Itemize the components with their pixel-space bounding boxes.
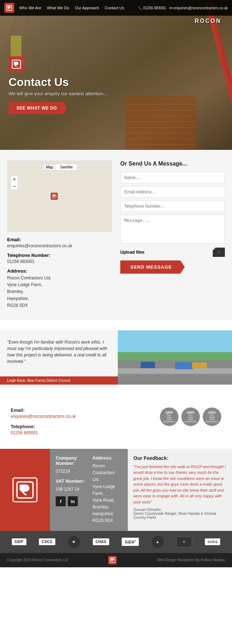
zoom-in-button[interactable]: +: [11, 176, 18, 183]
footer-gray-section: Company Number: 073219 VAT Number: 199 1…: [50, 449, 128, 531]
nav-contact-info: 📞 01256 883001 ✉ enquiries@roconcontract…: [138, 6, 228, 10]
footer-address-col: Address: Rocon Contractors Ltd,Vyne Lodg…: [92, 455, 122, 524]
company-number-label: Company Number:: [56, 455, 85, 466]
nav-what-we-do[interactable]: What We Do: [47, 6, 69, 10]
phone-value: 01256 883001: [7, 259, 112, 264]
chas-badge: CHAS: [93, 538, 109, 545]
send-message-button[interactable]: SEND MESSAGE: [120, 260, 185, 274]
phone-input[interactable]: [120, 201, 225, 212]
hero-title: Contact Us: [9, 76, 107, 89]
qms-badge-3: QMS ISO 45001 2018 REGISTERED: [203, 407, 221, 426]
nav-logo[interactable]: [4, 3, 14, 13]
cscs-badge: CSCS: [39, 538, 55, 545]
map-marker-icon: [52, 194, 56, 198]
footer-phone-value: 01256 883001: [11, 430, 153, 435]
map-column: Map Satellite + − Email: enquiries@rocon…: [7, 161, 112, 309]
email-label: Email:: [7, 237, 112, 242]
footer-phone-label: Telephone:: [11, 424, 153, 429]
map-container[interactable]: Map Satellite + −: [7, 161, 112, 232]
phone-label: Telephone Number:: [7, 253, 112, 258]
map-tab-satellite[interactable]: Satellite: [56, 164, 76, 170]
hero-section: ROCON Contact Us We will give your enqui…: [0, 0, 232, 150]
upload-row: Upload files ↑: [120, 248, 225, 257]
credit-text: Web Design Hampshire By Hotbox Studios: [157, 558, 225, 562]
upload-label: Upload files: [120, 250, 145, 255]
star-badge: ★: [68, 536, 80, 548]
testimonial-author: Leigh Nash, New Forest District Council: [0, 376, 118, 385]
feedback-author: Duncan Gilmartin,Senior Countryside Rang…: [133, 508, 226, 519]
footer-contact-info: Email: enquiries@roconcontractors.co.uk …: [11, 407, 153, 440]
rocon-logo-icon: [6, 5, 12, 11]
nav-who-we-are[interactable]: Who We Are: [19, 6, 41, 10]
address-label: Address:: [7, 268, 112, 274]
gen-badge: G|EN+: [122, 538, 139, 546]
message-input[interactable]: [120, 215, 225, 243]
footer-feedback-col: Our Feedback: "I've just finished the si…: [128, 449, 232, 531]
footer-logo-big: [12, 477, 37, 502]
triangle-badge: ▲: [152, 536, 164, 548]
email-input[interactable]: [120, 186, 225, 198]
footer-top: Email: enquiries@roconcontractors.co.uk …: [0, 399, 232, 449]
footer-email-label: Email:: [11, 407, 153, 413]
name-input[interactable]: [120, 172, 225, 183]
hero-logo-icon: [11, 59, 21, 69]
bottom-bar-logo: [108, 556, 117, 564]
car-1: [141, 362, 155, 368]
nav-links: Who We Are What We Do Our Approach Conta…: [19, 6, 138, 10]
testimonial-section: "Even though I'm familiar with Rocon's w…: [0, 330, 232, 385]
address-col-label: Address:: [92, 455, 122, 461]
facebook-icon[interactable]: f: [56, 496, 66, 506]
qms-badge-2: QMS ISO 14001 2015 REGISTERED: [181, 407, 200, 426]
hero-logo: [9, 56, 24, 72]
map-tabs: Map Satellite: [42, 164, 77, 171]
zoom-out-button[interactable]: −: [11, 183, 18, 190]
testimonial-quote: "Even though I'm familiar with Rocon's w…: [7, 339, 111, 365]
nav-our-approach[interactable]: Our Approach: [75, 6, 99, 10]
hero-content: Contact Us We will give your enquiry our…: [9, 56, 107, 114]
feedback-title: Our Feedback:: [133, 455, 226, 461]
nav-phone: 📞 01256 883001: [138, 6, 166, 10]
hero-subtitle: We will give your enquiry our earliest a…: [9, 91, 107, 96]
spacer-1: [0, 320, 232, 330]
footer-email-value: enquiries@roconcontractors.co.uk: [11, 414, 153, 419]
footer-red-column: [0, 449, 50, 531]
map-zoom-controls: + −: [10, 175, 18, 190]
qms-badge-1: QMS ISO 9001 2015 REGISTERED: [160, 407, 178, 426]
feedback-text: "I've just finished the site walk at RHC…: [133, 464, 226, 505]
form-title: Or Send Us A Message...: [120, 161, 225, 167]
car-2: [175, 362, 193, 369]
address-value: Rocon Contractors Ltd,Vyne Lodge Farm,Br…: [7, 275, 112, 309]
footer-company-col: Company Number: 073219 VAT Number: 199 1…: [56, 455, 85, 524]
car-3: [192, 362, 207, 368]
cc-cs-badge: cc/cs: [205, 538, 221, 545]
lines-badge: ≡: [176, 537, 192, 547]
bottom-bar: Copyright 2020 Rocon Contractors Ltd Web…: [0, 553, 232, 567]
footer-mid: Company Number: 073219 VAT Number: 199 1…: [0, 449, 232, 531]
footer-logo-icon: [16, 481, 34, 499]
company-number-value: 073219: [56, 468, 85, 475]
road-scene-image: [118, 330, 232, 385]
map-tab-map[interactable]: Map: [42, 164, 56, 170]
crane-brand-text: ROCON: [195, 18, 221, 24]
navigation: Who We Are What We Do Our Approach Conta…: [0, 0, 232, 16]
vat-number-value: 199 1267 24: [56, 486, 85, 493]
upload-button[interactable]: ↑: [213, 248, 225, 257]
bottom-logo-icon: [110, 557, 115, 563]
nav-email: ✉ enquiries@roconcontractors.co.uk: [170, 6, 228, 10]
social-icons: f in: [56, 496, 85, 506]
brick-wall: [125, 96, 196, 150]
nav-contact-us[interactable]: Contact Us: [105, 6, 124, 10]
address-col-value: Rocon Contractors Ltd,Vyne Lodge Farm,Vy…: [92, 463, 122, 524]
contact-info: Email: enquiries@roconcontractors.co.uk …: [7, 237, 112, 309]
copyright-text: Copyright 2020 Rocon Contractors Ltd: [7, 558, 68, 562]
testimonial-text-col: "Even though I'm familiar with Rocon's w…: [0, 330, 118, 385]
ssip-badge: SSIP: [12, 538, 26, 545]
map-marker: [51, 193, 58, 200]
contact-section: Map Satellite + − Email: enquiries@rocon…: [0, 150, 232, 320]
email-value: enquiries@roconcontractors.co.uk: [7, 243, 112, 248]
qms-badges: QMS ISO 9001 2015 REGISTERED QMS ISO 140…: [160, 407, 221, 426]
linkedin-icon[interactable]: in: [68, 496, 78, 506]
testimonial-image: [118, 330, 232, 385]
contact-form-column: Or Send Us A Message... Upload files ↑ S…: [120, 161, 225, 309]
hero-cta-button[interactable]: SEE WHAT WE DO: [9, 102, 67, 114]
